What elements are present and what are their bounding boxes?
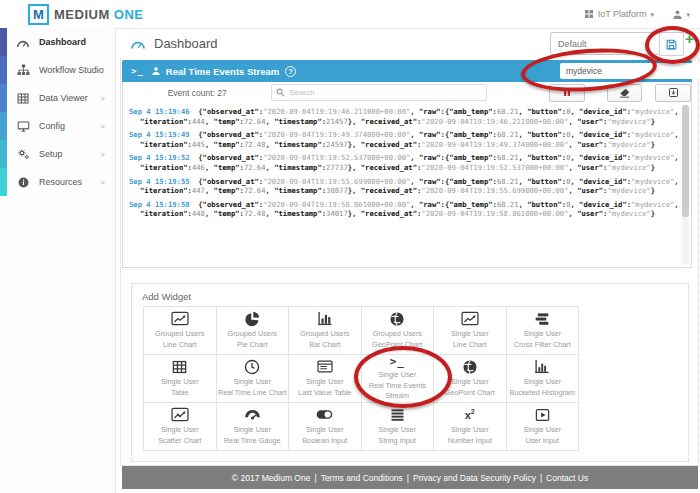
widget-tile-real-time-events-stream[interactable]: >_ Single User Real Time Events Stream xyxy=(362,355,435,403)
footer-separator: | xyxy=(407,473,409,483)
sitemap-icon xyxy=(16,64,30,76)
log-entry: Sep 4 15:19:52 {"observed_at":"2020-09-0… xyxy=(129,153,679,172)
pause-button[interactable] xyxy=(549,84,585,102)
footer-link-terms-and-conditions[interactable]: Terms and Conditions xyxy=(321,473,403,483)
widget-group-label: Single User xyxy=(523,329,561,340)
sidebar-menu: Dashboard Workflow Studio Data Viewer > … xyxy=(7,28,115,196)
widget-tile-bucketed-histogram[interactable]: Single User Bucketed Histogram xyxy=(507,355,580,403)
globe-icon xyxy=(389,310,405,327)
user-input-icon xyxy=(535,406,550,423)
monitor-icon xyxy=(16,121,30,132)
widget-group-label: Grouped Users xyxy=(300,329,349,340)
gears-icon xyxy=(16,148,30,160)
sidebar-item-data-viewer[interactable]: Data Viewer > xyxy=(7,84,115,112)
strip-segment xyxy=(0,28,7,56)
stream-panel-header: >_ Real Time Events Stream ? ▼ x xyxy=(122,60,692,82)
widget-tile-cross-filter-chart[interactable]: Single User Cross Filter Chart xyxy=(507,307,580,355)
log-entry: Sep 4 15:19:58 {"observed_at":"2020-09-0… xyxy=(129,200,679,219)
user-icon xyxy=(672,9,683,20)
info-icon xyxy=(16,177,30,188)
clear-button[interactable] xyxy=(607,84,643,102)
widget-tile-line-chart[interactable]: Grouped Users Line Chart xyxy=(144,307,217,355)
search-input[interactable] xyxy=(272,84,486,101)
medium-one-logo[interactable]: M MEDIUM ONE xyxy=(28,4,144,25)
widget-group-label: Grouped Users xyxy=(373,329,422,340)
sidebar-item-label: Config xyxy=(39,121,65,131)
widget-tile-scatter-chart[interactable]: Single User Scatter Chart xyxy=(144,403,217,451)
widget-type-label: Bucketed Histogram xyxy=(509,388,575,399)
add-dashboard-button[interactable]: + xyxy=(685,31,694,46)
widget-tile-table[interactable]: Single User Table xyxy=(144,355,217,403)
x-squared-icon: x2 xyxy=(465,406,475,423)
footer-link-privacy-and-data-security-policy[interactable]: Privacy and Data Security Policy xyxy=(413,473,536,483)
help-icon[interactable]: ? xyxy=(285,66,296,77)
add-widget-panel: Add Widget Grouped Users Line Chart Grou… xyxy=(131,283,689,462)
user-menu[interactable]: ▾ xyxy=(672,0,690,28)
brand-name: MEDIUM ONE xyxy=(54,7,144,22)
sidebar-item-label: Resources xyxy=(39,177,82,187)
export-button[interactable] xyxy=(655,84,691,102)
widget-group-label: Single User xyxy=(378,425,416,436)
widget-tile-real-time-gauge[interactable]: Single User Real Time Gauge xyxy=(217,403,290,451)
widget-tile-line-chart[interactable]: Single User Line Chart xyxy=(434,307,507,355)
widget-type-label: Line Chart xyxy=(163,340,197,351)
add-widget-title: Add Widget xyxy=(142,291,191,302)
widget-tile-geopoint-chart[interactable]: Grouped Users GeoPoint Chart xyxy=(362,307,435,355)
widget-tile-pie-chart[interactable]: Grouped Users Pie Chart xyxy=(217,307,290,355)
widget-tile-number-input[interactable]: x2 Single User Number Input xyxy=(434,403,507,451)
footer-separator: | xyxy=(314,473,316,483)
widget-group-label: Single User xyxy=(451,377,489,388)
widget-tile-geopoint-chart[interactable]: Single User GeoPoint Chart xyxy=(434,355,507,403)
widget-group-label: Single User xyxy=(233,377,271,388)
widget-type-label: Line Chart xyxy=(453,340,487,351)
widget-tile-real-time-line-chart[interactable]: Single User Real Time Line Chart xyxy=(217,355,290,403)
chevron-right-icon: > xyxy=(100,178,105,187)
sidebar-item-dashboard[interactable]: Dashboard xyxy=(7,28,115,56)
cross-filter-icon xyxy=(534,310,550,327)
dashboard-select[interactable]: Default xyxy=(550,32,661,55)
footer-link-contact-us[interactable]: Contact Us xyxy=(546,473,588,483)
toggle-icon xyxy=(316,406,333,423)
widget-tile-boolean-input[interactable]: Single User Boolean Input xyxy=(289,403,362,451)
widget-group-label: Single User xyxy=(523,377,561,388)
platform-menu[interactable]: IoT Platform ▾ xyxy=(584,0,654,28)
widget-type-label: GeoPoint Chart xyxy=(372,340,422,351)
sidebar-item-resources[interactable]: Resources > xyxy=(7,168,115,196)
widget-tile-last-value-table[interactable]: Single User Last Value Table xyxy=(289,355,362,403)
widget-type-label: Table xyxy=(171,388,188,399)
pause-icon xyxy=(563,88,571,97)
save-icon xyxy=(665,38,678,51)
widget-group-label: Single User xyxy=(161,377,199,388)
widget-tile-bar-chart[interactable]: Grouped Users Bar Chart xyxy=(289,307,362,355)
strip-segment xyxy=(0,168,7,196)
save-dashboard-button[interactable] xyxy=(659,32,684,56)
footer-separator: | xyxy=(540,473,542,483)
chevron-right-icon: > xyxy=(100,94,105,103)
widget-group-label: Single User xyxy=(306,425,344,436)
gauge-icon xyxy=(16,36,30,49)
widget-group-label: Grouped Users xyxy=(228,329,277,340)
widget-group-label: Single User xyxy=(451,329,489,340)
widget-tile-string-input[interactable]: Single User String Input xyxy=(362,403,435,451)
sidebar: Dashboard Workflow Studio Data Viewer > … xyxy=(0,28,116,493)
widget-group-label: Single User xyxy=(451,425,489,436)
widget-type-label: Last Value Table xyxy=(298,388,351,399)
widget-type-label: Pie Chart xyxy=(237,340,267,351)
device-input[interactable] xyxy=(560,66,700,76)
platform-menu-label: IoT Platform xyxy=(598,9,647,19)
clock-icon xyxy=(244,358,260,375)
log-entry: Sep 4 15:19:49 {"observed_at":"2020-09-0… xyxy=(129,130,679,149)
list-table-icon xyxy=(317,358,333,375)
top-bar: M MEDIUM ONE IoT Platform ▾ ▾ xyxy=(0,0,700,29)
sidebar-item-config[interactable]: Config > xyxy=(7,112,115,140)
sidebar-item-workflow-studio[interactable]: Workflow Studio xyxy=(7,56,115,84)
widget-tile-user-input[interactable]: Single User User Input xyxy=(507,403,580,451)
globe-icon xyxy=(462,358,478,375)
sidebar-item-setup[interactable]: Setup > xyxy=(7,140,115,168)
widget-group-label: Single User xyxy=(233,425,271,436)
widget-type-label: Cross Filter Chart xyxy=(514,340,571,351)
app-window: M MEDIUM ONE IoT Platform ▾ ▾ Dashboard … xyxy=(0,0,700,493)
events-log: Sep 4 15:19:46 {"observed_at":"2020-09-0… xyxy=(122,103,692,268)
log-scrollbar-thumb[interactable] xyxy=(682,105,689,217)
widget-group-label: Single User xyxy=(306,377,344,388)
